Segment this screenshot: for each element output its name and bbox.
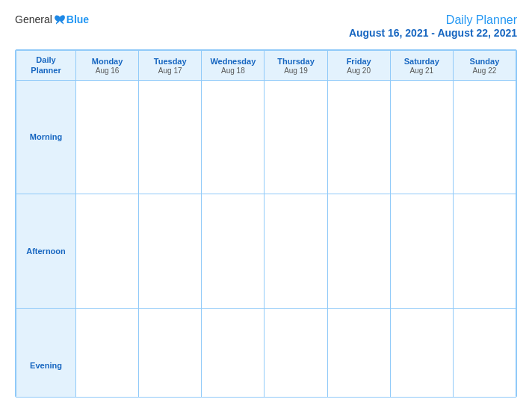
- planner-table: Daily Planner MondayAug 16TuesdayAug 17W…: [16, 50, 516, 398]
- header-title: Daily Planner: [349, 13, 517, 27]
- th-day: WednesdayAug 18: [202, 51, 265, 81]
- th-label-line2: Planner: [18, 65, 74, 75]
- logo-bird-icon: [54, 14, 66, 25]
- day-cell[interactable]: [265, 194, 327, 309]
- page: General Blue Daily Planner August 16, 20…: [0, 0, 532, 411]
- day-cell[interactable]: [139, 80, 202, 194]
- header-row: Daily Planner MondayAug 16TuesdayAug 17W…: [16, 51, 516, 81]
- day-cell[interactable]: [327, 80, 390, 194]
- th-day: MondayAug 16: [76, 51, 139, 81]
- day-cell[interactable]: [202, 308, 265, 398]
- header: General Blue Daily Planner August 16, 20…: [15, 13, 517, 39]
- logo-blue-text: Blue: [66, 13, 89, 25]
- planner-row: Afternoon: [16, 194, 516, 309]
- planner-row: Evening: [16, 308, 516, 398]
- header-date: August 16, 2021 - August 22, 2021: [349, 27, 517, 39]
- day-cell[interactable]: [390, 194, 453, 309]
- th-day: SundayAug 22: [453, 51, 516, 81]
- th-label-line1: Daily: [18, 55, 74, 65]
- day-cell[interactable]: [139, 308, 202, 398]
- day-cell[interactable]: [453, 194, 516, 309]
- day-cell[interactable]: [453, 80, 516, 194]
- th-day: ThursdayAug 19: [265, 51, 327, 81]
- header-right: Daily Planner August 16, 2021 - August 2…: [349, 13, 517, 39]
- row-label: Morning: [16, 80, 76, 194]
- day-cell[interactable]: [202, 194, 265, 309]
- day-cell[interactable]: [202, 80, 265, 194]
- day-cell[interactable]: [390, 80, 453, 194]
- calendar: Daily Planner MondayAug 16TuesdayAug 17W…: [15, 49, 517, 398]
- day-cell[interactable]: [139, 194, 202, 309]
- day-cell[interactable]: [76, 308, 139, 398]
- row-label: Afternoon: [16, 194, 76, 309]
- logo-general-text: General: [15, 13, 52, 25]
- day-cell[interactable]: [265, 80, 327, 194]
- day-cell[interactable]: [390, 308, 453, 398]
- planner-row: Morning: [16, 80, 516, 194]
- logo: General Blue: [15, 13, 89, 25]
- day-cell[interactable]: [265, 308, 327, 398]
- day-cell[interactable]: [76, 194, 139, 309]
- day-cell[interactable]: [76, 80, 139, 194]
- day-cell[interactable]: [327, 308, 390, 398]
- th-day: FridayAug 20: [327, 51, 390, 81]
- th-day: TuesdayAug 17: [139, 51, 202, 81]
- day-cell[interactable]: [327, 194, 390, 309]
- row-label: Evening: [16, 308, 76, 398]
- th-daily-planner: Daily Planner: [16, 51, 76, 81]
- day-cell[interactable]: [453, 308, 516, 398]
- th-day: SaturdayAug 21: [390, 51, 453, 81]
